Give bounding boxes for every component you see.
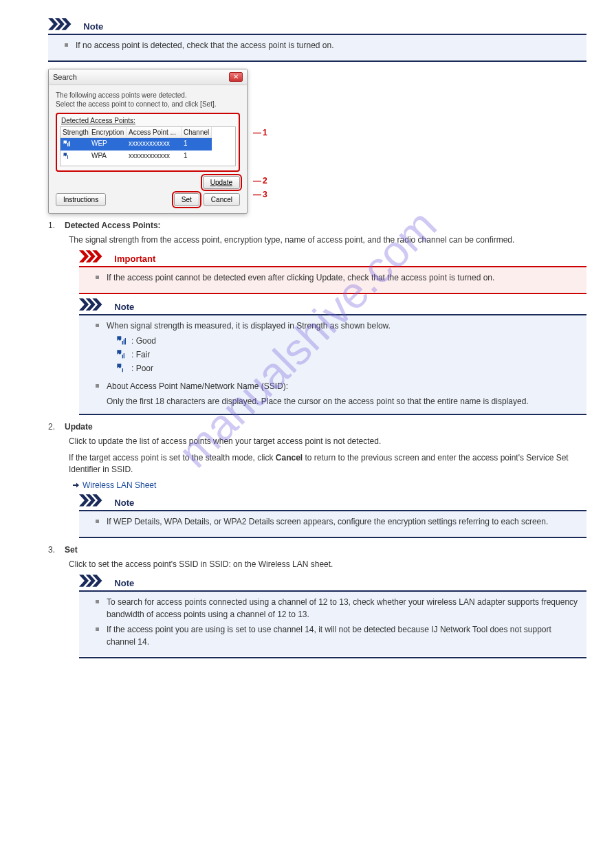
cancel-button[interactable]: Cancel	[204, 193, 240, 206]
signal-poor-icon	[116, 363, 127, 374]
divider	[79, 537, 586, 538]
note-text: If no access point is detected, check th…	[69, 39, 580, 52]
link-row: Wireless LAN Sheet	[72, 480, 586, 490]
item-1: 1. Detected Access Points:	[48, 221, 586, 230]
svg-rect-8	[124, 353, 124, 358]
cell-strength	[61, 151, 89, 163]
svg-rect-7	[122, 355, 123, 358]
signal-fair-label: : Fair	[131, 348, 150, 361]
item-heading: Detected Access Points:	[65, 221, 586, 230]
signal-strong-icon	[63, 140, 71, 148]
note-label: Note	[114, 302, 134, 312]
signal-good-icon	[116, 335, 127, 346]
wireless-lan-sheet-link[interactable]: Wireless LAN Sheet	[83, 480, 156, 490]
svg-rect-5	[124, 340, 124, 344]
dialog-titlebar: Search ✕	[49, 69, 247, 85]
chevrons-icon	[79, 575, 109, 587]
note-label: Note	[83, 21, 103, 32]
item-1-text: The signal strength from the access poin…	[69, 234, 586, 246]
dialog-buttons-row1: Update	[56, 176, 240, 189]
divider	[79, 293, 586, 294]
note4-text2: If the access point you are using is set…	[100, 623, 580, 648]
item-3: 3. Set	[48, 545, 586, 555]
chevrons-icon	[79, 250, 109, 263]
divider	[79, 657, 586, 658]
signal-poor-icon	[63, 152, 71, 160]
svg-rect-9	[122, 368, 123, 372]
update-button[interactable]: Update	[203, 176, 240, 189]
note-block-2: Note When signal strength is measured, i…	[79, 298, 586, 415]
table-row[interactable]: WEP xxxxxxxxxxxx 1	[61, 138, 235, 151]
item-number: 1.	[48, 221, 61, 230]
important-block: Important If the access point cannot be …	[79, 250, 586, 294]
chevrons-icon	[79, 494, 109, 507]
set-button[interactable]: Set	[174, 193, 199, 206]
dialog-buttons-row2: Instructions Set Cancel	[56, 193, 240, 206]
col-strength: Strength	[61, 127, 89, 138]
note-body: If WEP Details, WPA Details, or WPA2 Det…	[79, 511, 586, 536]
divider	[79, 414, 586, 415]
item-heading: Set	[65, 545, 586, 555]
item-2-text2: If the target access point is set to the…	[69, 452, 586, 476]
search-dialog: Search ✕ The following access points wer…	[48, 69, 248, 214]
svg-rect-3	[67, 155, 68, 159]
note-block-3: Note If WEP Details, WPA Details, or WPA…	[79, 494, 586, 538]
note-block-4: Note To search for access points connect…	[79, 575, 586, 658]
detected-ap-group: Detected Access Points: Strength Encrypt…	[56, 113, 240, 172]
svg-rect-6	[125, 338, 126, 344]
item-number: 3.	[48, 545, 61, 555]
note2-ap-sub: Only the first 18 characters are display…	[107, 395, 580, 408]
important-label: Important	[114, 254, 155, 264]
col-channel: Channel	[182, 127, 212, 138]
item-2: 2. Update	[48, 422, 586, 432]
table-header: Strength Encryption Access Point ... Cha…	[61, 127, 235, 138]
table-row[interactable]: WPA xxxxxxxxxxxx 1	[61, 151, 235, 163]
callout-1: —1	[253, 128, 267, 137]
item-3-text: Click to set the access point's SSID in …	[69, 559, 586, 570]
svg-rect-2	[69, 141, 70, 146]
signal-poor-row: : Poor	[116, 362, 580, 375]
signal-poor-label: : Poor	[131, 362, 153, 375]
callout-3: —3	[253, 190, 267, 199]
signal-good-row: : Good	[116, 335, 580, 347]
note2-text: When signal strength is measured, it is …	[100, 320, 580, 332]
note-label: Note	[114, 578, 134, 588]
dialog-intro-2: Select the access point to connect to, a…	[56, 100, 240, 109]
arrow-right-icon	[72, 481, 80, 489]
cell-enc: WPA	[89, 151, 127, 163]
important-body: If the access point cannot be detected e…	[79, 267, 586, 292]
note3-text: If WEP Details, WPA Details, or WPA2 Det…	[100, 515, 580, 528]
ap-list[interactable]: Strength Encryption Access Point ... Cha…	[60, 126, 236, 166]
note-body: To search for access points connected us…	[79, 592, 586, 656]
note-body: When signal strength is measured, it is …	[79, 315, 586, 413]
dialog-intro-1: The following access points were detecte…	[56, 91, 240, 100]
detected-ap-label: Detected Access Points:	[60, 117, 236, 124]
item-2-text: Click to update the list of access point…	[69, 436, 586, 447]
cell-ap: xxxxxxxxxxxx	[127, 151, 182, 163]
chevrons-icon	[48, 18, 78, 30]
col-ap: Access Point ...	[127, 127, 182, 138]
signal-good-label: : Good	[131, 335, 156, 347]
note4-text1: To search for access points connected us…	[100, 596, 580, 621]
chevrons-icon	[79, 298, 109, 311]
cell-enc: WEP	[89, 138, 127, 151]
svg-rect-4	[122, 341, 123, 344]
note2-ap-heading: About Access Point Name/Network Name (SS…	[100, 380, 580, 392]
note-label: Note	[114, 498, 134, 508]
close-icon[interactable]: ✕	[229, 72, 243, 82]
item-heading: Update	[65, 422, 586, 432]
dialog-body: The following access points were detecte…	[49, 85, 247, 213]
col-encryption: Encryption	[89, 127, 127, 138]
instructions-button[interactable]: Instructions	[56, 193, 106, 206]
note-block-1: Note If no access point is detected, che…	[48, 18, 586, 62]
svg-rect-1	[69, 142, 69, 147]
dialog-title: Search	[53, 73, 77, 81]
cell-ch: 1	[182, 138, 212, 151]
important-text: If the access point cannot be detected e…	[100, 271, 580, 284]
svg-rect-0	[67, 143, 68, 146]
cell-strength	[61, 138, 89, 151]
signal-fair-icon	[116, 349, 127, 360]
note-body: If no access point is detected, check th…	[48, 35, 586, 60]
signal-fair-row: : Fair	[116, 348, 580, 361]
callout-2: —2	[253, 176, 267, 186]
